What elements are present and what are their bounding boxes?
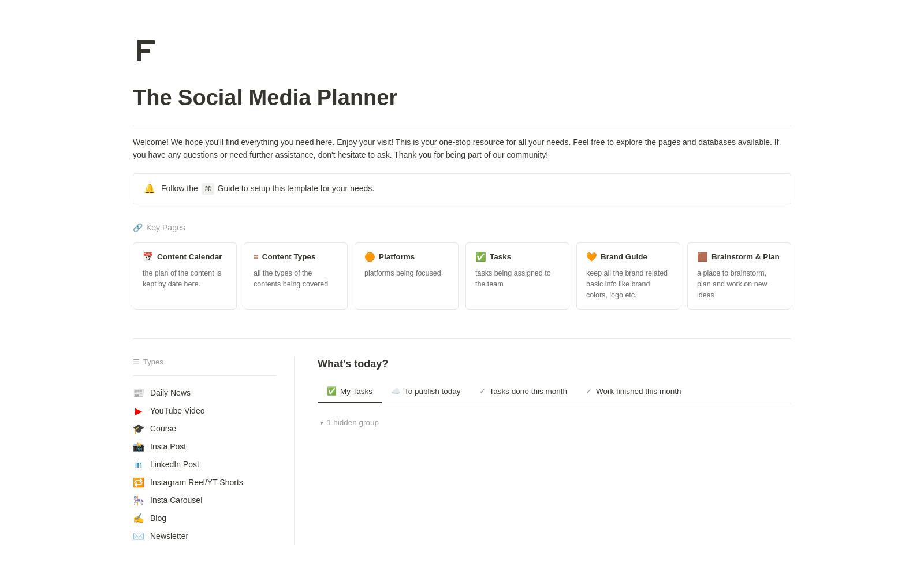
card-brand-guide-desc: keep all the brand related basic info li…: [586, 268, 670, 300]
hidden-group[interactable]: ▾ 1 hidden group: [318, 412, 791, 433]
my-tasks-tab-icon: ✅: [327, 386, 337, 397]
content-types-icon: ≡: [254, 251, 259, 264]
welcome-text: Welcome! We hope you'll find everything …: [133, 136, 791, 162]
card-brainstorm-title: 🟫 Brainstorm & Plan: [697, 251, 781, 264]
card-content-types[interactable]: ≡ Content Types all the types of the con…: [244, 242, 348, 310]
svg-rect-2: [137, 49, 150, 53]
guide-callout: 🔔 Follow the ⌘ Guide to setup this templ…: [133, 173, 791, 204]
main-content: What's today? ✅ My Tasks ☁️ To publish t…: [295, 356, 791, 546]
whats-today-title: What's today?: [318, 356, 791, 372]
newsletter-icon: ✉️: [133, 531, 144, 542]
blog-icon: ✍️: [133, 513, 144, 524]
logo: [133, 35, 791, 70]
card-platforms-title: 🟠 Platforms: [364, 251, 449, 264]
platforms-icon: 🟠: [364, 251, 375, 264]
page-title: The Social Media Planner: [133, 81, 791, 114]
course-icon: 🎓: [133, 423, 144, 435]
card-content-calendar[interactable]: 📅 Content Calendar the plan of the conte…: [133, 242, 237, 310]
sidebar-divider: [133, 375, 277, 376]
card-content-calendar-desc: the plan of the content is kept by date …: [143, 268, 227, 290]
work-finished-tab-icon: ✓: [586, 386, 593, 397]
calendar-icon: 📅: [143, 251, 154, 264]
sidebar-item-blog[interactable]: ✍️ Blog: [133, 509, 277, 527]
card-content-calendar-title: 📅 Content Calendar: [143, 251, 227, 264]
link-icon: 🔗: [133, 222, 143, 234]
types-label: ☰ Types: [133, 356, 277, 368]
card-tasks[interactable]: ✅ Tasks tasks being assigned to the team: [465, 242, 569, 310]
card-platforms-desc: platforms being focused: [364, 268, 449, 279]
publish-today-tab-icon: ☁️: [391, 386, 401, 397]
tabs-bar: ✅ My Tasks ☁️ To publish today ✓ Tasks d…: [318, 381, 791, 403]
card-content-types-title: ≡ Content Types: [254, 251, 338, 264]
guide-cmd-icon: ⌘: [202, 183, 214, 195]
tab-my-tasks[interactable]: ✅ My Tasks: [318, 381, 382, 403]
tab-tasks-done[interactable]: ✓ Tasks done this month: [470, 381, 576, 403]
card-platforms[interactable]: 🟠 Platforms platforms being focused: [355, 242, 459, 310]
insta-post-icon: 📸: [133, 441, 144, 453]
card-content-types-desc: all the types of the contents being cove…: [254, 268, 338, 290]
sidebar-item-ig-reel[interactable]: 🔁 Instagram Reel/YT Shorts: [133, 474, 277, 492]
youtube-icon: ▶: [133, 405, 144, 417]
daily-news-icon: 📰: [133, 388, 144, 399]
sidebar-item-insta-post[interactable]: 📸 Insta Post: [133, 438, 277, 456]
ig-reel-icon: 🔁: [133, 477, 144, 489]
list-icon: ☰: [133, 356, 140, 368]
bell-icon: 🔔: [144, 182, 155, 196]
card-tasks-title: ✅ Tasks: [475, 251, 560, 264]
card-brainstorm-desc: a place to brainstorm, plan and work on …: [697, 268, 781, 300]
sidebar-item-insta-carousel[interactable]: 🎠 Insta Carousel: [133, 492, 277, 509]
tasks-icon: ✅: [475, 251, 486, 264]
sidebar-item-newsletter[interactable]: ✉️ Newsletter: [133, 527, 277, 545]
bottom-section: ☰ Types 📰 Daily News ▶ YouTube Video 🎓 C…: [133, 338, 791, 546]
card-tasks-desc: tasks being assigned to the team: [475, 268, 560, 290]
guide-callout-text: Follow the ⌘ Guide to setup this templat…: [161, 183, 374, 195]
card-brand-guide[interactable]: 🧡 Brand Guide keep all the brand related…: [576, 242, 680, 310]
card-brainstorm[interactable]: 🟫 Brainstorm & Plan a place to brainstor…: [687, 242, 791, 310]
guide-link[interactable]: Guide: [218, 184, 239, 193]
sidebar-item-course[interactable]: 🎓 Course: [133, 420, 277, 438]
card-brand-guide-title: 🧡 Brand Guide: [586, 251, 670, 264]
sidebar: ☰ Types 📰 Daily News ▶ YouTube Video 🎓 C…: [133, 356, 295, 546]
tab-work-finished[interactable]: ✓ Work finished this month: [576, 381, 691, 403]
sidebar-item-daily-news[interactable]: 📰 Daily News: [133, 384, 277, 402]
svg-rect-1: [137, 40, 155, 44]
tasks-done-tab-icon: ✓: [479, 386, 486, 397]
linkedin-icon: in: [133, 459, 144, 471]
tab-to-publish-today[interactable]: ☁️ To publish today: [382, 381, 470, 403]
key-pages-grid: 📅 Content Calendar the plan of the conte…: [133, 242, 791, 310]
page-container: The Social Media Planner Welcome! We hop…: [87, 0, 837, 577]
key-pages-label: 🔗 Key Pages: [133, 222, 791, 234]
insta-carousel-icon: 🎠: [133, 495, 144, 507]
title-divider: [133, 126, 791, 126]
sidebar-item-youtube-video[interactable]: ▶ YouTube Video: [133, 402, 277, 420]
brand-icon: 🧡: [586, 251, 597, 264]
chevron-down-icon: ▾: [320, 418, 323, 428]
brainstorm-icon: 🟫: [697, 251, 708, 264]
sidebar-item-linkedin-post[interactable]: in LinkedIn Post: [133, 456, 277, 474]
